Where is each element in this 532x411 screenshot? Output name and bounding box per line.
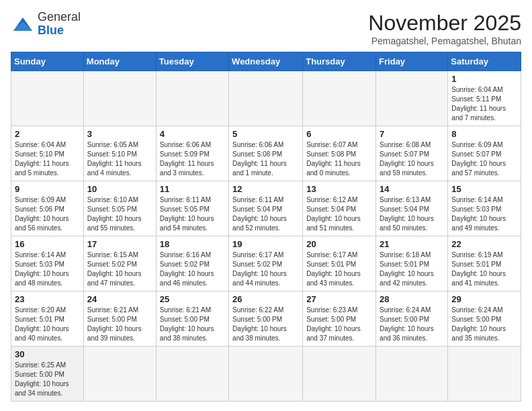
day-info: Sunrise: 6:25 AM Sunset: 5:00 PM Dayligh… (15, 361, 80, 398)
weekday-header-thursday: Thursday (303, 52, 376, 71)
calendar-cell: 27Sunrise: 6:23 AM Sunset: 5:00 PM Dayli… (303, 291, 376, 347)
weekday-header-sunday: Sunday (11, 52, 84, 71)
calendar-cell: 20Sunrise: 6:17 AM Sunset: 5:01 PM Dayli… (303, 236, 376, 291)
calendar-cell (376, 71, 448, 126)
calendar-cell: 21Sunrise: 6:18 AM Sunset: 5:01 PM Dayli… (376, 236, 448, 291)
day-number: 30 (15, 349, 80, 359)
header: General Blue November 2025 Pemagatshel, … (11, 11, 521, 46)
calendar-week-row: 9Sunrise: 6:09 AM Sunset: 5:06 PM Daylig… (11, 181, 521, 236)
calendar-cell (156, 347, 228, 402)
calendar-cell: 26Sunrise: 6:22 AM Sunset: 5:00 PM Dayli… (229, 291, 303, 347)
day-number: 1 (451, 74, 517, 84)
calendar-cell: 12Sunrise: 6:11 AM Sunset: 5:04 PM Dayli… (229, 181, 303, 236)
logo-text: General Blue (38, 11, 81, 38)
day-info: Sunrise: 6:19 AM Sunset: 5:01 PM Dayligh… (451, 250, 517, 288)
calendar-cell: 22Sunrise: 6:19 AM Sunset: 5:01 PM Dayli… (448, 236, 521, 291)
day-number: 8 (451, 129, 517, 139)
day-number: 4 (160, 129, 225, 139)
day-info: Sunrise: 6:12 AM Sunset: 5:04 PM Dayligh… (306, 195, 372, 233)
day-info: Sunrise: 6:09 AM Sunset: 5:07 PM Dayligh… (451, 140, 517, 178)
day-info: Sunrise: 6:04 AM Sunset: 5:11 PM Dayligh… (451, 85, 517, 123)
day-number: 2 (15, 129, 80, 139)
calendar-cell: 23Sunrise: 6:20 AM Sunset: 5:01 PM Dayli… (11, 291, 84, 347)
day-number: 22 (451, 239, 517, 249)
day-number: 23 (15, 294, 80, 304)
day-number: 20 (306, 239, 372, 249)
calendar-cell: 24Sunrise: 6:21 AM Sunset: 5:00 PM Dayli… (83, 291, 156, 347)
calendar-cell: 7Sunrise: 6:08 AM Sunset: 5:07 PM Daylig… (376, 126, 448, 181)
day-info: Sunrise: 6:06 AM Sunset: 5:09 PM Dayligh… (160, 140, 225, 178)
day-info: Sunrise: 6:21 AM Sunset: 5:00 PM Dayligh… (160, 306, 225, 343)
calendar-cell: 2Sunrise: 6:04 AM Sunset: 5:10 PM Daylig… (11, 126, 84, 181)
day-number: 27 (306, 294, 372, 304)
calendar-week-row: 30Sunrise: 6:25 AM Sunset: 5:00 PM Dayli… (11, 347, 521, 402)
calendar-cell: 18Sunrise: 6:16 AM Sunset: 5:02 PM Dayli… (156, 236, 228, 291)
calendar-cell: 17Sunrise: 6:15 AM Sunset: 5:02 PM Dayli… (83, 236, 156, 291)
logo: General Blue (11, 11, 81, 38)
day-number: 18 (160, 239, 225, 249)
calendar-cell (83, 347, 156, 402)
calendar-cell (83, 71, 156, 126)
day-info: Sunrise: 6:07 AM Sunset: 5:08 PM Dayligh… (306, 140, 372, 178)
day-number: 5 (232, 129, 299, 139)
calendar-cell: 5Sunrise: 6:06 AM Sunset: 5:08 PM Daylig… (229, 126, 303, 181)
day-info: Sunrise: 6:09 AM Sunset: 5:06 PM Dayligh… (15, 195, 80, 233)
logo-icon (11, 15, 35, 34)
day-number: 12 (232, 184, 299, 194)
day-info: Sunrise: 6:14 AM Sunset: 5:03 PM Dayligh… (15, 250, 80, 288)
weekday-header-wednesday: Wednesday (229, 52, 303, 71)
calendar-cell: 3Sunrise: 6:05 AM Sunset: 5:10 PM Daylig… (83, 126, 156, 181)
day-info: Sunrise: 6:13 AM Sunset: 5:04 PM Dayligh… (380, 195, 444, 233)
day-number: 28 (380, 294, 444, 304)
calendar-cell (229, 71, 303, 126)
day-number: 25 (160, 294, 225, 304)
day-info: Sunrise: 6:23 AM Sunset: 5:00 PM Dayligh… (306, 306, 372, 343)
calendar-cell: 11Sunrise: 6:11 AM Sunset: 5:05 PM Dayli… (156, 181, 228, 236)
day-number: 15 (451, 184, 517, 194)
svg-marker-1 (13, 21, 32, 31)
calendar-cell: 8Sunrise: 6:09 AM Sunset: 5:07 PM Daylig… (448, 126, 521, 181)
calendar-week-row: 23Sunrise: 6:20 AM Sunset: 5:01 PM Dayli… (11, 291, 521, 347)
weekday-header-saturday: Saturday (448, 52, 521, 71)
calendar-week-row: 16Sunrise: 6:14 AM Sunset: 5:03 PM Dayli… (11, 236, 521, 291)
day-info: Sunrise: 6:08 AM Sunset: 5:07 PM Dayligh… (380, 140, 444, 178)
day-info: Sunrise: 6:05 AM Sunset: 5:10 PM Dayligh… (87, 140, 152, 178)
day-number: 16 (15, 239, 80, 249)
calendar-subtitle: Pemagatshel, Pemagatshel, Bhutan (368, 36, 521, 46)
calendar-cell: 14Sunrise: 6:13 AM Sunset: 5:04 PM Dayli… (376, 181, 448, 236)
calendar-cell (376, 347, 448, 402)
calendar-cell (11, 71, 84, 126)
calendar-cell (229, 347, 303, 402)
day-info: Sunrise: 6:17 AM Sunset: 5:02 PM Dayligh… (232, 250, 299, 288)
weekday-header-tuesday: Tuesday (156, 52, 228, 71)
calendar-cell: 4Sunrise: 6:06 AM Sunset: 5:09 PM Daylig… (156, 126, 228, 181)
day-info: Sunrise: 6:06 AM Sunset: 5:08 PM Dayligh… (232, 140, 299, 178)
calendar-cell: 15Sunrise: 6:14 AM Sunset: 5:03 PM Dayli… (448, 181, 521, 236)
day-info: Sunrise: 6:11 AM Sunset: 5:05 PM Dayligh… (160, 195, 225, 233)
calendar-header: SundayMondayTuesdayWednesdayThursdayFrid… (11, 52, 521, 71)
calendar-cell: 9Sunrise: 6:09 AM Sunset: 5:06 PM Daylig… (11, 181, 84, 236)
calendar-cell: 10Sunrise: 6:10 AM Sunset: 5:05 PM Dayli… (83, 181, 156, 236)
day-number: 3 (87, 129, 152, 139)
calendar-title: November 2025 (368, 11, 521, 36)
day-number: 24 (87, 294, 152, 304)
day-info: Sunrise: 6:18 AM Sunset: 5:01 PM Dayligh… (380, 250, 444, 288)
day-info: Sunrise: 6:24 AM Sunset: 5:00 PM Dayligh… (380, 306, 444, 343)
day-info: Sunrise: 6:14 AM Sunset: 5:03 PM Dayligh… (451, 195, 517, 233)
calendar-cell: 29Sunrise: 6:24 AM Sunset: 5:00 PM Dayli… (448, 291, 521, 347)
calendar-cell (156, 71, 228, 126)
day-number: 21 (380, 239, 444, 249)
day-info: Sunrise: 6:16 AM Sunset: 5:02 PM Dayligh… (160, 250, 225, 288)
day-info: Sunrise: 6:24 AM Sunset: 5:00 PM Dayligh… (451, 306, 517, 343)
day-number: 9 (15, 184, 80, 194)
day-info: Sunrise: 6:04 AM Sunset: 5:10 PM Dayligh… (15, 140, 80, 178)
day-number: 10 (87, 184, 152, 194)
day-info: Sunrise: 6:20 AM Sunset: 5:01 PM Dayligh… (15, 306, 80, 343)
calendar-week-row: 2Sunrise: 6:04 AM Sunset: 5:10 PM Daylig… (11, 126, 521, 181)
calendar-cell (303, 347, 376, 402)
calendar-body: 1Sunrise: 6:04 AM Sunset: 5:11 PM Daylig… (11, 71, 521, 402)
calendar-cell (303, 71, 376, 126)
calendar-cell (448, 347, 521, 402)
day-info: Sunrise: 6:21 AM Sunset: 5:00 PM Dayligh… (87, 306, 152, 343)
day-number: 19 (232, 239, 299, 249)
